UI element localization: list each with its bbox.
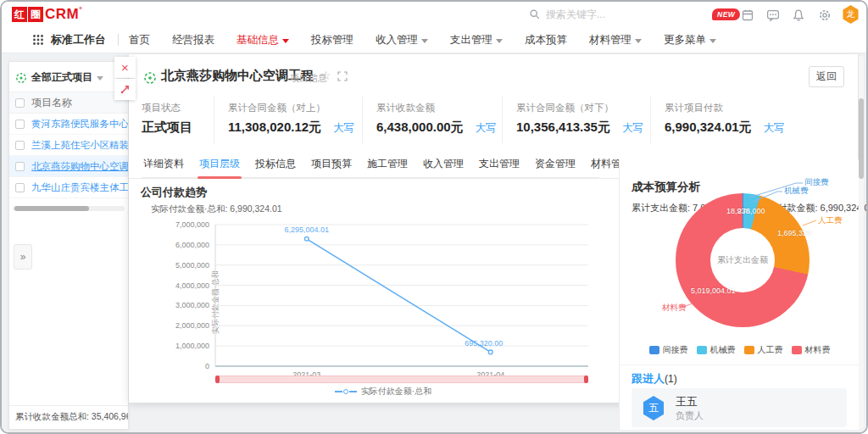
- follower-name: 王五: [676, 394, 698, 409]
- stat-value: 11,308,020.12元: [228, 120, 321, 136]
- app-window: 红 圈 CRM ° NEW 龙 标准工作台 首页经营报表基础信息投标管理收入管理…: [0, 0, 868, 434]
- logo-degree: °: [79, 5, 82, 14]
- nav-item-label: 首页: [129, 33, 150, 47]
- app-logo[interactable]: 红 圈 CRM °: [12, 6, 82, 23]
- slider-handle-left[interactable]: [215, 376, 220, 383]
- followers-title[interactable]: 跟进人: [632, 372, 665, 385]
- scrollbar-thumb[interactable]: [14, 206, 89, 211]
- pie-legend-item[interactable]: 材料费: [792, 344, 831, 356]
- horizontal-scrollbar[interactable]: [13, 206, 125, 211]
- project-tab[interactable]: 资金管理: [533, 153, 577, 177]
- apps-grid-icon[interactable]: [32, 34, 44, 46]
- project-tab[interactable]: 收入管理: [421, 153, 465, 177]
- slider-handle-right[interactable]: [584, 376, 588, 383]
- nav-item[interactable]: 收入管理: [376, 33, 428, 47]
- legend-swatch-icon: [744, 346, 754, 354]
- row-checkbox[interactable]: [15, 162, 25, 171]
- column-header-label: 项目名称: [31, 96, 72, 110]
- nav-item[interactable]: 更多菜单: [664, 33, 716, 47]
- scrollbar-thumb[interactable]: [859, 98, 864, 179]
- follower-card[interactable]: 五 王五 负责人: [632, 388, 847, 427]
- nav-item[interactable]: 投标管理: [311, 33, 353, 47]
- project-tab[interactable]: 支出管理: [477, 153, 521, 177]
- row-checkbox[interactable]: [15, 120, 25, 129]
- project-tab[interactable]: 投标信息: [253, 153, 298, 177]
- chevron-down-icon: [635, 39, 642, 43]
- line-chart-subtitle: 实际付款金额·总和: 6,990,324.01: [151, 203, 282, 215]
- nav-item-label: 收入管理: [376, 33, 418, 47]
- pie-legend-item[interactable]: 间接费: [649, 344, 688, 356]
- uppercase-link[interactable]: 大写: [333, 121, 354, 136]
- logo-block: 红: [12, 7, 27, 22]
- nav-item[interactable]: 经营报表: [172, 33, 214, 47]
- project-row[interactable]: 北京燕莎购物中心空调工程: [9, 156, 128, 177]
- nav-item[interactable]: 成本预算: [525, 33, 567, 47]
- stat-value: 正式项目: [142, 120, 192, 136]
- search-input[interactable]: [546, 8, 673, 20]
- payment-trend-chart: 7,000,0006,000,0005,000,0004,000,0003,00…: [163, 215, 604, 385]
- fullscreen-icon[interactable]: [337, 71, 348, 81]
- row-checkbox[interactable]: [15, 183, 25, 192]
- nav-item-label: 经营报表: [172, 33, 214, 47]
- close-panel-button[interactable]: ×: [114, 57, 136, 78]
- project-filter[interactable]: 全部正式项目: [9, 62, 128, 92]
- diagonal-expand-icon: [120, 84, 131, 95]
- followers-count: (1): [665, 373, 677, 385]
- svg-text:6,000,000: 6,000,000: [175, 241, 209, 249]
- pie-label-material: 材料费: [662, 303, 687, 314]
- star-favorite-icon[interactable]: ☆: [320, 69, 331, 82]
- project-link[interactable]: 黄河东路便民服务中心幕...: [31, 118, 128, 131]
- stat-label: 项目状态: [142, 102, 214, 114]
- uppercase-link[interactable]: 大写: [764, 121, 785, 136]
- project-link[interactable]: 兰溪上苑住宅小区精装修...: [31, 139, 128, 152]
- nav-item[interactable]: 基础信息: [236, 33, 289, 47]
- row-checkbox[interactable]: [15, 141, 25, 150]
- stat-value: 6,438,000.00元: [376, 120, 464, 136]
- project-tab[interactable]: 施工管理: [365, 153, 409, 177]
- project-tab[interactable]: 项目层级: [198, 153, 242, 177]
- pie-chart-title: 成本预算分析: [632, 180, 700, 195]
- back-button[interactable]: 返回: [809, 66, 844, 87]
- gear-icon[interactable]: [818, 8, 832, 22]
- pie-legend-item[interactable]: 人工费: [744, 344, 783, 356]
- vertical-scrollbar[interactable]: [859, 56, 864, 429]
- workbench-title[interactable]: 标准工作台: [51, 32, 106, 47]
- global-search[interactable]: [529, 6, 673, 23]
- project-row[interactable]: 黄河东路便民服务中心幕...: [9, 114, 128, 135]
- project-group-icon: [15, 72, 27, 84]
- nav-item-label: 投标管理: [311, 33, 353, 47]
- legend-label: 实际付款金额·总和: [361, 386, 431, 398]
- stat-line: 10,356,413.35元大写: [516, 120, 650, 136]
- expand-panel-handle[interactable]: »: [14, 244, 32, 270]
- project-link[interactable]: 九华山庄贵宾楼主体工程: [31, 181, 128, 194]
- expand-panel-button[interactable]: [114, 79, 136, 100]
- tabs-overflow-button[interactable]: ⋯: [593, 157, 605, 170]
- project-tab[interactable]: 项目预算: [309, 153, 353, 177]
- nav-item-label: 更多菜单: [664, 33, 706, 47]
- project-row[interactable]: 九华山庄贵宾楼主体工程: [9, 177, 128, 198]
- bell-icon[interactable]: [792, 8, 805, 22]
- project-tab[interactable]: 详细资料: [142, 153, 186, 177]
- project-link[interactable]: 北京燕莎购物中心空调工程: [31, 160, 128, 173]
- user-avatar[interactable]: 龙: [842, 5, 860, 24]
- calendar-icon[interactable]: [741, 8, 754, 22]
- nav-item[interactable]: 支出管理: [450, 33, 503, 47]
- nav-item[interactable]: 首页: [129, 33, 150, 47]
- section-divider: [620, 364, 860, 365]
- legend-line-icon: [349, 391, 357, 392]
- follower-role: 负责人: [676, 409, 704, 422]
- line-chart-legend[interactable]: 实际付款金额·总和: [163, 386, 604, 398]
- legend-label: 人工费: [758, 344, 783, 356]
- stat-label: 累计收款金额: [376, 102, 502, 114]
- pie-legend-item[interactable]: 机械费: [697, 344, 736, 356]
- project-icon: [143, 71, 157, 85]
- stat-item: 累计合同金额（对下）10,356,413.35元大写: [502, 97, 650, 143]
- datazoom-slider[interactable]: [215, 376, 588, 383]
- project-row[interactable]: 兰溪上苑住宅小区精装修...: [9, 135, 128, 156]
- nav-item[interactable]: 材料管理: [589, 33, 642, 47]
- uppercase-link[interactable]: 大写: [622, 121, 643, 136]
- select-all-checkbox[interactable]: [15, 98, 25, 108]
- svg-text:0: 0: [205, 362, 209, 370]
- uppercase-link[interactable]: 大写: [476, 121, 497, 136]
- chat-icon[interactable]: [766, 8, 780, 22]
